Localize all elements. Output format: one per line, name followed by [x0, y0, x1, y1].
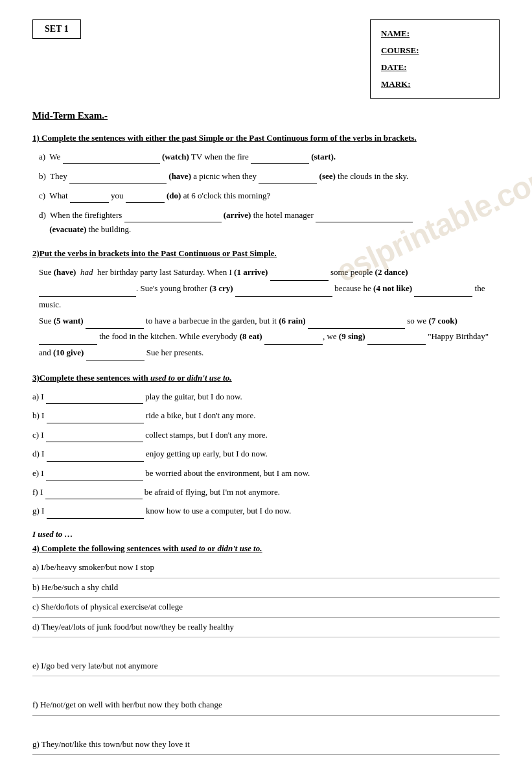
blank-1b-1[interactable]: [69, 174, 167, 184]
blank-1c-2[interactable]: [126, 194, 165, 203]
q4e-spacer: [32, 678, 500, 688]
blank-2-2[interactable]: [39, 288, 136, 297]
blank-1d-2[interactable]: [316, 213, 413, 222]
blank-1d-1[interactable]: [124, 213, 222, 222]
q4a: a) I/be/heavy smoker/but now I stop: [32, 560, 500, 578]
question-1b: b) They (have) a picnic when they (see) …: [39, 169, 500, 184]
question-1d: d) When the firefighters (arrive) the ho…: [39, 208, 500, 237]
blank-2-3[interactable]: [235, 288, 332, 297]
q4f: f) He/not/get on well with her/but now t…: [32, 697, 500, 715]
blank-3c[interactable]: [46, 433, 143, 442]
name-label: NAME:: [381, 25, 489, 42]
q4d-spacer: [32, 639, 500, 649]
top-section: SET 1 NAME: COURSE: DATE: MARK:: [32, 19, 500, 99]
blank-1b-2[interactable]: [259, 174, 317, 184]
q4e: e) I/go bed very late/but not anymore: [32, 658, 500, 676]
q4g: g) They/not/like this town/but now they …: [32, 737, 500, 755]
set-label: SET 1: [32, 19, 81, 39]
section-2-heading: 2)Put the verbs in brackets into the Pas…: [32, 247, 500, 260]
date-label: DATE:: [381, 59, 489, 76]
blank-2-4[interactable]: [414, 288, 472, 297]
info-box: NAME: COURSE: DATE: MARK:: [370, 19, 500, 99]
blank-1c-1[interactable]: [70, 194, 109, 203]
blank-3e[interactable]: [46, 471, 143, 480]
q3b: b) I ride a bike, but I don't any more.: [32, 408, 500, 423]
blank-2-10[interactable]: [86, 352, 145, 361]
blank-3b[interactable]: [47, 414, 144, 423]
mark-label: MARK:: [381, 76, 489, 93]
blank-2-1[interactable]: [270, 272, 329, 281]
q3e: e) I be worried about the environment, b…: [32, 466, 500, 480]
section-2: 2)Put the verbs in brackets into the Pas…: [32, 247, 500, 361]
blank-3g[interactable]: [47, 510, 144, 519]
exam-title: Mid-Term Exam.-: [32, 110, 500, 121]
section-1: 1) Complete the sentences with either th…: [32, 132, 500, 237]
course-label: COURSE:: [381, 42, 489, 59]
blank-2-9[interactable]: [367, 336, 426, 345]
blank-1a-2[interactable]: [251, 155, 309, 164]
blank-2-8[interactable]: [264, 336, 323, 345]
section-4: I used to … 4) Complete the following se…: [32, 529, 500, 755]
section-3: 3)Complete these sentences with used to …: [32, 372, 500, 519]
blank-2-6[interactable]: [308, 320, 405, 329]
blank-3f[interactable]: [45, 490, 143, 499]
blank-2-5[interactable]: [86, 320, 144, 329]
q4f-spacer: [32, 717, 500, 728]
section-2-paragraph: Sue (have) had her birthday party last S…: [39, 265, 500, 361]
italic-note: I used to …: [32, 529, 500, 539]
question-1a: a) We (watch) TV when the fire (start).: [39, 150, 500, 164]
q4c: c) She/do/lots of physical exercise/at c…: [32, 599, 500, 617]
q4d: d) They/eat/lots of junk food/but now/th…: [32, 619, 500, 637]
q3g: g) I know how to use a computer, but I d…: [32, 503, 500, 518]
section-4-heading: 4) Complete the following sentences with…: [32, 542, 500, 555]
q3a: a) I play the guitar, but I do now.: [32, 389, 500, 404]
section-1-heading: 1) Complete the sentences with either th…: [32, 132, 500, 145]
blank-1a-1[interactable]: [63, 155, 160, 164]
q3d: d) I enjoy getting up early, but I do no…: [32, 446, 500, 461]
q3f: f) I be afraid of flying, but I'm not an…: [32, 484, 500, 499]
section-3-heading: 3)Complete these sentences with used to …: [32, 372, 500, 385]
blank-3a[interactable]: [46, 395, 143, 404]
question-1c: c) What you (do) at 6 o'clock this morni…: [39, 189, 500, 203]
q4b: b) He/be/such a shy child: [32, 580, 500, 598]
blank-3d[interactable]: [47, 453, 144, 462]
blank-2-7[interactable]: [39, 336, 97, 345]
q3c: c) I collect stamps, but I don't any mor…: [32, 427, 500, 442]
